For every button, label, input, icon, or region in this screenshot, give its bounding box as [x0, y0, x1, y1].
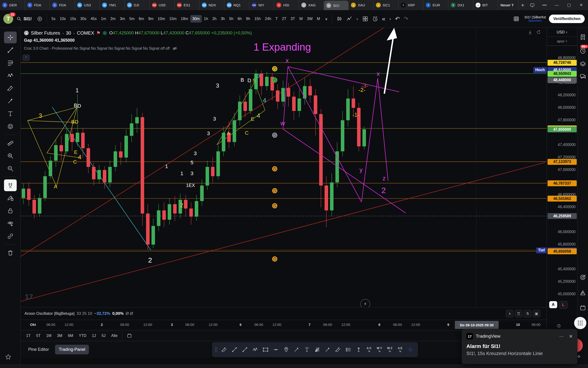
browser-tab-ym1[interactable]: 30YM1: [100, 0, 125, 10]
tool-remove-drawings-icon[interactable]: [4, 247, 17, 259]
tool-lock-drawings-icon[interactable]: [4, 205, 17, 217]
timeframe-3W[interactable]: 3W: [305, 15, 315, 23]
chevron-down-icon[interactable]: ∨: [387, 14, 393, 24]
go-to-date-icon[interactable]: [127, 333, 132, 339]
tab-pine-editor[interactable]: Pine Editor: [25, 345, 53, 354]
browser-tab-fda[interactable]: XFDA: [25, 0, 50, 10]
timeframe-9m[interactable]: 9m: [146, 15, 156, 23]
tool-pattern-ae-icon[interactable]: A E∿: [395, 344, 405, 355]
chart-plot[interactable]: 1 Expandingxxwyz21BD333353111EX253BD3BDE…: [21, 28, 547, 307]
range-5j[interactable]: 5J: [99, 332, 108, 339]
candle-style-icon[interactable]: [334, 14, 344, 24]
tool-pattern-wz-icon[interactable]: W Z∿: [385, 344, 395, 355]
indicators-icon[interactable]: [344, 14, 354, 24]
timeframe-6m[interactable]: 6m: [137, 15, 146, 23]
layout-title[interactable]: SI1! (Silberfut Speichern: [525, 15, 546, 23]
range-3m[interactable]: 3M: [54, 332, 65, 339]
new-tab-button[interactable]: +: [519, 0, 527, 10]
pane-delete-button[interactable]: [515, 310, 522, 317]
chevron-down-icon[interactable]: ∨: [323, 14, 330, 24]
timeframe-24h[interactable]: 24h: [263, 15, 273, 23]
redo-icon[interactable]: ↷: [402, 14, 410, 24]
timeframe-1h[interactable]: 1h: [202, 15, 210, 23]
time-axis[interactable]: Okt06:0012:00206:0012:00306:0012:00606:0…: [21, 320, 547, 330]
tool-zoom-out-icon[interactable]: [4, 163, 17, 175]
legend-interval[interactable]: 30: [66, 30, 71, 36]
pane-collapse-button[interactable]: ∧: [506, 310, 513, 317]
create-alert-icon[interactable]: [370, 14, 380, 24]
tool-magnet-icon[interactable]: [4, 179, 17, 191]
legend-symbol[interactable]: Silber Futures: [31, 30, 60, 36]
save-link[interactable]: Speichern: [528, 19, 542, 23]
notification-more-icon[interactable]: ⋯: [559, 334, 564, 339]
timeframe-6h[interactable]: 6h: [236, 15, 244, 23]
alarm-marker-icon[interactable]: [272, 66, 277, 71]
tool-pin-icon[interactable]: [281, 344, 291, 355]
favorites-star-icon[interactable]: [5, 353, 12, 360]
ideas-icon[interactable]: [579, 288, 587, 297]
timeframe-3h[interactable]: 3h: [219, 15, 227, 23]
log-scale-button[interactable]: L: [559, 301, 568, 309]
tool-measure-icon[interactable]: [4, 137, 17, 149]
timeframe-15h[interactable]: 15h: [252, 15, 263, 23]
tool-price-range-icon[interactable]: [354, 344, 363, 355]
tool-drawing-mode-icon[interactable]: [4, 192, 17, 204]
tool-pattern-wy-icon[interactable]: W Y∿: [375, 344, 384, 355]
timeframe-3m[interactable]: 3m: [118, 15, 127, 23]
browser-tab-xau[interactable]: ▲XAU: [349, 0, 374, 10]
watchlist-icon[interactable]: [579, 33, 587, 41]
layout-grid-icon[interactable]: [511, 14, 521, 24]
compare-add-icon[interactable]: [35, 14, 44, 24]
tool-horizontal-line-icon[interactable]: [271, 344, 281, 355]
tool-trendline-icon[interactable]: [240, 344, 250, 355]
account-dropdown[interactable]: apoz∨: [547, 37, 577, 46]
timeframe-9h[interactable]: 9h: [244, 15, 252, 23]
timeframe-3T[interactable]: 3T: [289, 15, 297, 23]
browser-tab-nq1[interactable]: 100NQ1: [224, 0, 249, 10]
tool-zigzag-icon[interactable]: [250, 344, 260, 355]
lightning-trade-button[interactable]: ⚡: [360, 299, 370, 307]
browser-tab-ndx[interactable]: 100NDX: [200, 0, 224, 10]
timeframe-10s[interactable]: 10s: [58, 15, 68, 23]
timeframe-1m[interactable]: 1m: [99, 15, 108, 23]
browser-tab-si1[interactable]: ▲SI1!: [324, 1, 349, 10]
notification-close-icon[interactable]: ✕: [569, 334, 573, 339]
timeframe-45s[interactable]: 45s: [88, 15, 99, 23]
timezone-clock-icon[interactable]: [556, 323, 562, 328]
alarm-marker-icon[interactable]: [272, 77, 277, 83]
apps-grid-button[interactable]: [574, 317, 586, 329]
timeframe-2T[interactable]: 2T: [280, 15, 289, 23]
currency-dropdown[interactable]: USD∨: [547, 28, 577, 37]
tool-trend-dots-icon[interactable]: [230, 344, 239, 355]
multichart-layout-icon[interactable]: [360, 14, 370, 24]
range-1m[interactable]: 1M: [44, 332, 54, 339]
timeframe-5m[interactable]: 5m: [127, 15, 137, 23]
timeframe-2h[interactable]: 2h: [210, 15, 219, 23]
maximize-button[interactable]: ▢: [563, 1, 574, 9]
timeframe-M[interactable]: M: [315, 15, 322, 23]
tool-text-icon[interactable]: [302, 344, 312, 355]
range-1j[interactable]: 1J: [89, 332, 98, 339]
browser-tab-new[interactable]: Neuer T: [498, 0, 518, 10]
stock-screener-icon[interactable]: [579, 273, 587, 282]
browser-tab-hsi[interactable]: πHSI: [274, 0, 299, 10]
alarm-marker-icon[interactable]: [272, 133, 277, 138]
tool-trendline-icon[interactable]: [4, 44, 17, 56]
range-5t[interactable]: 5T: [34, 332, 43, 339]
timeframe-15s[interactable]: 15s: [68, 15, 78, 23]
tool-fib-retracement-icon[interactable]: [4, 57, 17, 69]
tool-crosshair-icon[interactable]: [4, 32, 17, 43]
browser-tab-us5[interactable]: 500US5: [149, 0, 175, 10]
economic-calendar-icon[interactable]: [579, 304, 587, 312]
tab-trading-panel[interactable]: Trading-Panel: [55, 345, 89, 354]
chevron-down-icon[interactable]: ∨: [354, 14, 360, 24]
cast-icon[interactable]: [527, 1, 538, 9]
tool-parallel-channel-icon[interactable]: [219, 344, 229, 355]
tool-pattern-ac-icon[interactable]: A C∿: [364, 344, 374, 355]
alarm-marker-icon[interactable]: [272, 188, 277, 193]
undo-icon[interactable]: ↶: [393, 14, 402, 24]
price-scale[interactable]: USD∨ apoz∨ A L 48,80000048,40000048,2000…: [547, 28, 577, 368]
timeframe-5h[interactable]: 5h: [227, 15, 236, 23]
eye-off-icon[interactable]: [172, 46, 178, 51]
timeframe-18m[interactable]: 18m: [179, 15, 190, 23]
